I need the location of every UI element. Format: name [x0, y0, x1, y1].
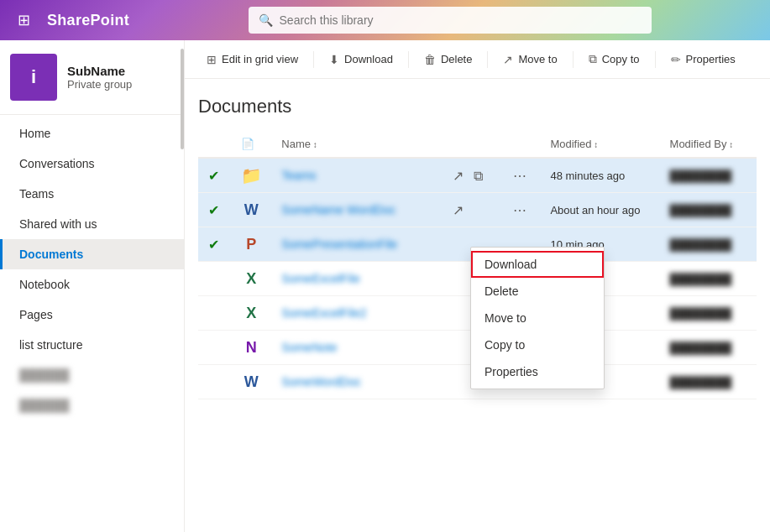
row-share[interactable]: ↗ — [439, 193, 500, 227]
row-type: N — [231, 331, 271, 365]
file-name-link[interactable]: SomeExcelFile2 — [281, 306, 366, 320]
toolbar-sep-2 — [408, 51, 409, 68]
row-name[interactable]: SomeNote — [271, 331, 439, 365]
excel-icon: X — [241, 303, 261, 323]
properties-icon: ✏ — [671, 53, 681, 66]
modified-time: About an hour ago — [550, 204, 640, 216]
col-more-header — [500, 131, 540, 158]
modified-by-name: ████████ — [670, 273, 732, 285]
row-modby: ████████ — [660, 227, 757, 262]
search-icon: 🔍 — [259, 13, 273, 27]
row-share[interactable]: ↗ ⧉ — [439, 158, 500, 193]
row-name[interactable]: Teams — [271, 158, 439, 193]
sidebar-item-documents-label: Documents — [19, 248, 83, 261]
row-type: P — [231, 227, 271, 262]
sidebar-scrollbar[interactable] — [181, 49, 184, 149]
copy2-icon[interactable]: ⧉ — [470, 167, 486, 185]
row-type: W — [231, 365, 271, 399]
row-modby: ████████ — [660, 331, 757, 365]
row-check[interactable] — [198, 262, 231, 296]
more-icon[interactable]: ⋯ — [510, 167, 530, 185]
row-type: X — [231, 296, 271, 331]
row-more[interactable]: ⋯ — [500, 158, 540, 193]
delete-icon: 🗑 — [424, 53, 436, 66]
sidebar: i SubName Private group Home Conversatio… — [0, 40, 185, 532]
col-name-header[interactable]: Name — [271, 131, 439, 158]
row-check[interactable]: ✔ — [198, 158, 231, 193]
delete-button[interactable]: 🗑 Delete — [416, 48, 481, 71]
row-check[interactable]: ✔ — [198, 227, 231, 262]
modified-by-name: ████████ — [670, 376, 732, 389]
file-name-link[interactable]: SomeExcelFile — [281, 272, 359, 285]
search-bar[interactable]: 🔍 — [249, 7, 652, 34]
copy-to-button[interactable]: ⧉ Copy to — [580, 47, 648, 71]
word-icon: W — [241, 200, 261, 220]
top-bar: ⊞ SharePoint 🔍 — [0, 0, 770, 40]
row-name[interactable]: SomeWordDoc — [271, 365, 439, 399]
row-check[interactable] — [198, 296, 231, 331]
share-icon[interactable]: ↗ — [449, 167, 467, 185]
sidebar-item-teams[interactable]: Teams — [0, 179, 184, 209]
content-area: ⊞ Edit in grid view ⬇ Download 🗑 Delete … — [185, 40, 770, 532]
context-menu-item-properties[interactable]: Properties — [471, 358, 604, 385]
sidebar-item-notebook[interactable]: Notebook — [0, 269, 184, 300]
row-name[interactable]: SomeName WordDoc — [271, 193, 439, 227]
doc-title: Documents — [198, 96, 757, 117]
ppt-icon: P — [241, 234, 261, 254]
main-layout: i SubName Private group Home Conversatio… — [0, 40, 770, 532]
col-modified-header[interactable]: Modified — [540, 131, 659, 158]
row-check[interactable] — [198, 331, 231, 365]
sidebar-item-documents[interactable]: Documents — [0, 239, 184, 269]
grid-icon: ⊞ — [207, 53, 217, 66]
sidebar-item-shared[interactable]: Shared with us — [0, 209, 184, 239]
context-properties-label: Properties — [485, 365, 538, 378]
folder-icon: 📁 — [241, 165, 261, 185]
col-check-header — [198, 131, 231, 158]
apps-icon[interactable]: ⊞ — [13, 10, 34, 30]
sidebar-item-teams-label: Teams — [19, 187, 54, 201]
sidebar-item-blurred1[interactable]: ██████ — [0, 360, 184, 390]
row-name[interactable]: SomeExcelFile — [271, 262, 439, 296]
move-to-button[interactable]: ↗ Move to — [495, 48, 565, 71]
modified-time: 48 minutes ago — [550, 170, 625, 182]
row-check[interactable] — [198, 365, 231, 399]
context-menu-item-copy-to[interactable]: Copy to — [471, 331, 604, 358]
file-name-link[interactable]: Teams — [281, 169, 316, 182]
file-name-link[interactable]: SomeName WordDoc — [281, 203, 395, 216]
edit-grid-button[interactable]: ⊞ Edit in grid view — [198, 48, 306, 71]
file-name-link[interactable]: SomeWordDoc — [281, 375, 361, 389]
properties-button[interactable]: ✏ Properties — [663, 48, 744, 71]
more-icon[interactable]: ⋯ — [510, 201, 530, 219]
file-name-link[interactable]: SomePresentationFile — [281, 237, 397, 251]
search-input[interactable] — [280, 13, 642, 27]
modified-by-name: ████████ — [670, 307, 732, 320]
sidebar-item-pages[interactable]: Pages — [0, 300, 184, 330]
sidebar-item-blurred1-label: ██████ — [19, 368, 70, 382]
row-name[interactable]: SomePresentationFile — [271, 227, 439, 262]
sidebar-nav: Home Conversations Teams Shared with us … — [0, 115, 184, 424]
file-name-link[interactable]: SomeNote — [281, 341, 337, 354]
context-delete-label: Delete — [485, 284, 518, 298]
context-menu-item-delete[interactable]: Delete — [471, 278, 604, 305]
copy-icon: ⧉ — [589, 52, 597, 66]
context-menu-item-download[interactable]: Download — [471, 251, 604, 278]
sidebar-item-list-structure[interactable]: list structure — [0, 330, 184, 360]
modified-by-name: ████████ — [670, 204, 732, 216]
sidebar-item-conversations[interactable]: Conversations — [0, 149, 184, 179]
toolbar-sep-3 — [487, 51, 488, 68]
download-button[interactable]: ⬇ Download — [321, 48, 401, 71]
sidebar-item-blurred2[interactable]: ██████ — [0, 390, 184, 420]
sidebar-item-blurred2-label: ██████ — [19, 399, 70, 412]
col-modby-header[interactable]: Modified By — [660, 131, 757, 158]
doc-area: Documents 📄 Name Modified Modified By — [185, 79, 770, 532]
row-modified: About an hour ago — [540, 193, 659, 227]
row-modby: ████████ — [660, 365, 757, 399]
sidebar-item-pages-label: Pages — [19, 308, 53, 321]
sidebar-item-list-structure-label: list structure — [19, 338, 82, 352]
context-menu-item-move-to[interactable]: Move to — [471, 305, 604, 331]
row-more[interactable]: ⋯ — [500, 193, 540, 227]
share-icon[interactable]: ↗ — [449, 201, 467, 219]
sidebar-item-home[interactable]: Home — [0, 118, 184, 149]
row-check[interactable]: ✔ — [198, 193, 231, 227]
row-name[interactable]: SomeExcelFile2 — [271, 296, 439, 331]
